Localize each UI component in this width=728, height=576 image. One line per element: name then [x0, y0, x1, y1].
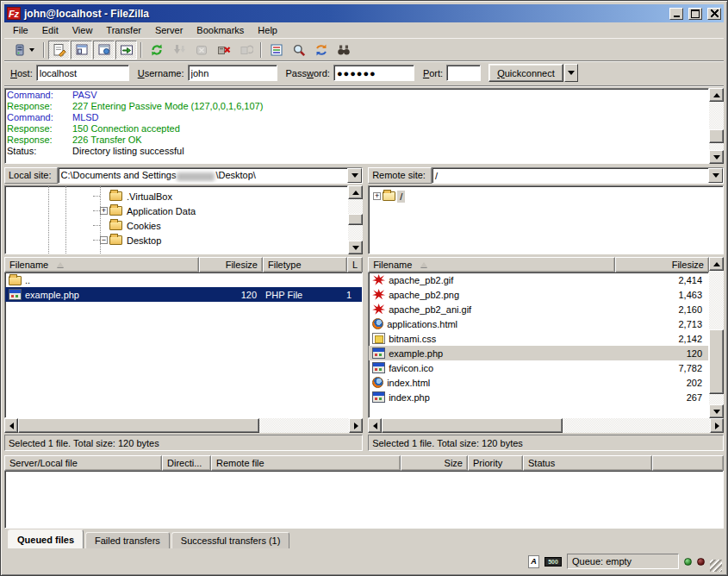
- menu-help[interactable]: Help: [251, 23, 284, 37]
- data-type-icon[interactable]: A: [528, 555, 539, 568]
- menu-file[interactable]: File: [6, 23, 35, 37]
- scroll-up-icon[interactable]: [348, 185, 363, 199]
- username-input[interactable]: [188, 65, 277, 81]
- column-header-status[interactable]: Status: [523, 455, 652, 471]
- local-tree-scrollbar[interactable]: [348, 185, 363, 254]
- resize-grip[interactable]: [710, 560, 722, 572]
- password-input[interactable]: [333, 65, 414, 81]
- tab-queued-files[interactable]: Queued files: [8, 529, 84, 548]
- column-header-filename[interactable]: Filename: [368, 257, 615, 272]
- remote-vscrollbar[interactable]: [709, 257, 724, 418]
- maximize-icon[interactable]: [688, 8, 702, 20]
- scrollbar-thumb[interactable]: [18, 418, 259, 433]
- tree-item-label[interactable]: /: [397, 191, 405, 203]
- file-row[interactable]: ..: [5, 272, 362, 287]
- directory-comparison-button[interactable]: [288, 41, 309, 59]
- file-row[interactable]: index.php 267: [369, 390, 708, 404]
- column-header-filesize[interactable]: Filesize: [199, 257, 263, 272]
- queue-body[interactable]: [4, 471, 724, 529]
- tree-item[interactable]: Desktop: [5, 233, 347, 247]
- menu-transfer[interactable]: Transfer: [99, 23, 148, 37]
- file-row[interactable]: example.php 120: [369, 346, 708, 360]
- tree-expander-icon[interactable]: [373, 192, 381, 200]
- toggle-remote-tree-button[interactable]: [93, 41, 115, 59]
- tree-expander-icon[interactable]: [100, 207, 108, 215]
- tree-item-label[interactable]: Desktop: [124, 235, 164, 247]
- synchronized-browsing-button[interactable]: [310, 41, 332, 59]
- refresh-button[interactable]: [146, 41, 167, 59]
- site-manager-button[interactable]: [7, 41, 40, 59]
- column-header-remote-file[interactable]: Remote file: [211, 455, 401, 471]
- combo-dropdown-icon[interactable]: [347, 168, 362, 183]
- disconnect-button[interactable]: [213, 41, 234, 59]
- scrollbar-thumb[interactable]: [709, 329, 724, 393]
- scroll-right-icon[interactable]: [349, 418, 363, 433]
- file-row[interactable]: favicon.ico 7,782: [369, 360, 708, 375]
- file-row[interactable]: example.php 120 PHP File 1: [5, 287, 362, 302]
- tree-item-label[interactable]: Application Data: [124, 205, 198, 217]
- menu-bookmarks[interactable]: Bookmarks: [190, 23, 251, 37]
- local-file-list[interactable]: .. example.php 120 PHP File 1: [4, 272, 363, 418]
- local-site-combo[interactable]: C:\Documents and Settings\Desktop\: [58, 167, 364, 184]
- toggle-transfer-queue-button[interactable]: [115, 41, 137, 59]
- scrollbar-thumb[interactable]: [348, 214, 363, 225]
- remote-file-list[interactable]: apache_pb2.gif 2,414 apache_pb2.png 1,46…: [368, 272, 709, 418]
- tree-item[interactable]: /: [369, 189, 723, 203]
- file-row[interactable]: apache_pb2.png 1,463: [369, 287, 708, 302]
- close-icon[interactable]: [707, 8, 721, 20]
- port-input[interactable]: [446, 65, 481, 81]
- process-queue-button[interactable]: [168, 41, 190, 59]
- file-row[interactable]: apache_pb2.gif 2,414: [369, 272, 708, 287]
- scrollbar-thumb[interactable]: [382, 418, 562, 433]
- minimize-icon[interactable]: [669, 8, 683, 20]
- tree-expander-icon[interactable]: [100, 236, 108, 244]
- menu-edit[interactable]: Edit: [35, 23, 65, 37]
- combo-dropdown-icon[interactable]: [708, 168, 723, 183]
- menu-view[interactable]: View: [65, 23, 100, 37]
- remote-hscrollbar[interactable]: [368, 418, 724, 433]
- tab-failed-transfers[interactable]: Failed transfers: [85, 532, 170, 548]
- tree-item-label[interactable]: Cookies: [124, 220, 164, 232]
- tree-item-label[interactable]: .VirtualBox: [124, 191, 175, 203]
- scroll-up-icon[interactable]: [709, 257, 724, 271]
- menu-server[interactable]: Server: [148, 23, 190, 37]
- cancel-button[interactable]: [190, 41, 212, 59]
- remote-site-combo[interactable]: /: [432, 167, 724, 184]
- local-tree-box[interactable]: .VirtualBox Application Data: [4, 185, 348, 254]
- column-header-filetype[interactable]: Filetype: [263, 257, 347, 272]
- tree-item[interactable]: Application Data: [5, 203, 347, 218]
- column-header-priority[interactable]: Priority: [468, 455, 523, 471]
- column-header-direction[interactable]: Directi...: [162, 455, 211, 471]
- remote-tree-box[interactable]: /: [368, 185, 724, 254]
- scroll-up-icon[interactable]: [709, 88, 724, 102]
- scroll-down-icon[interactable]: [348, 241, 363, 254]
- tree-item[interactable]: Cookies: [5, 218, 347, 233]
- column-header-local-file[interactable]: Server/Local file: [4, 455, 162, 471]
- scroll-left-icon[interactable]: [4, 418, 18, 433]
- column-header-size[interactable]: Size: [401, 455, 468, 471]
- toggle-message-log-button[interactable]: [48, 41, 70, 59]
- quickconnect-button[interactable]: Quickconnect: [488, 64, 563, 82]
- find-files-button[interactable]: [333, 41, 354, 59]
- toggle-local-tree-button[interactable]: [71, 41, 92, 59]
- title-bar[interactable]: Fz john@localhost - FileZilla: [4, 4, 724, 22]
- scroll-right-icon[interactable]: [710, 418, 724, 433]
- speed-limit-icon[interactable]: 500: [544, 557, 562, 567]
- scrollbar-thumb[interactable]: [709, 129, 724, 143]
- scroll-left-icon[interactable]: [368, 418, 382, 433]
- file-row[interactable]: applications.html 2,713: [369, 316, 708, 331]
- quickconnect-dropdown-icon[interactable]: [564, 64, 578, 82]
- host-input[interactable]: [36, 65, 129, 81]
- file-row[interactable]: bitnami.css 2,142: [369, 331, 708, 346]
- filter-button[interactable]: [265, 41, 287, 59]
- site-manager-dropdown-icon[interactable]: [29, 48, 34, 52]
- tab-successful-transfers[interactable]: Successful transfers (1): [171, 532, 290, 548]
- log-scrollbar[interactable]: [709, 88, 724, 164]
- column-header-last-modified[interactable]: L: [347, 257, 363, 272]
- reconnect-button[interactable]: [235, 41, 257, 59]
- scroll-down-icon[interactable]: [709, 404, 724, 418]
- column-header-filename[interactable]: Filename: [4, 257, 199, 272]
- column-header-filesize[interactable]: Filesize: [615, 257, 709, 272]
- tree-item[interactable]: .VirtualBox: [5, 189, 347, 203]
- scroll-down-icon[interactable]: [709, 150, 724, 164]
